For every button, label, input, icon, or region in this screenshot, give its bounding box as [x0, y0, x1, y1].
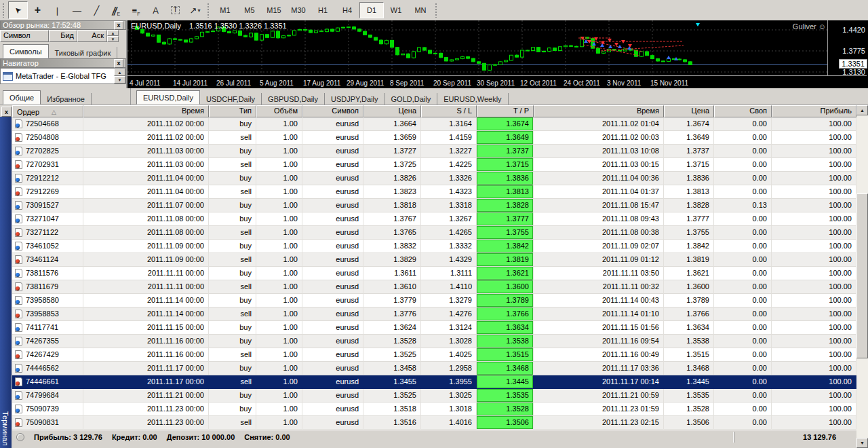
- tab-символы[interactable]: Символы: [3, 44, 49, 58]
- tab-общие[interactable]: Общие: [3, 90, 41, 105]
- table-row[interactable]: 727029312011.11.03 00:00sell1.00eurusd1.…: [12, 158, 856, 172]
- buy-order-icon: [15, 214, 22, 223]
- table-row[interactable]: 725048082011.11.02 00:00sell1.00eurusd1.…: [12, 131, 856, 145]
- timeframe-mn-button[interactable]: MN: [408, 2, 433, 18]
- timeframe-w1-button[interactable]: W1: [384, 2, 408, 18]
- header-col-9[interactable]: Цена: [664, 105, 714, 117]
- spin-up-icon[interactable]: ▲: [114, 69, 125, 76]
- navigator-titlebar[interactable]: Навигатор x: [0, 58, 126, 68]
- date-axis-label: 4 Jul 2011: [130, 79, 160, 87]
- chart-tab-usdjpy-daily[interactable]: USDJPY,Daily: [325, 93, 385, 105]
- close-icon[interactable]: x: [114, 21, 123, 30]
- timeframe-h4-button[interactable]: H4: [335, 2, 359, 18]
- table-row[interactable]: 732711222011.11.08 00:00sell1.00eurusd1.…: [12, 226, 856, 240]
- toolbar-grip[interactable]: [435, 3, 437, 18]
- navigator-root-item[interactable]: MetaTrader - E-Global TFG: [16, 72, 106, 80]
- table-row[interactable]: 738116792011.11.11 00:00sell1.00eurusd1.…: [12, 280, 856, 294]
- timeframe-d1-button[interactable]: D1: [359, 2, 384, 18]
- chart-tab-gbpusd-daily[interactable]: GBPUSD,Daily: [262, 93, 325, 105]
- price-axis-label: 1.4420: [842, 26, 865, 34]
- mid-section: Обзор рынка: 17:52:48 x Символ Бид Аск ▲…: [0, 20, 868, 88]
- date-axis-label: 5 Aug 2011: [260, 79, 294, 87]
- table-row[interactable]: 732710472011.11.08 00:00buy1.00eurusd1.3…: [12, 212, 856, 226]
- table-row[interactable]: 734610522011.11.09 00:00buy1.00eurusd1.3…: [12, 240, 856, 253]
- table-row[interactable]: 741177412011.11.15 00:00buy1.00eurusd1.3…: [12, 321, 856, 335]
- buy-order-icon: [15, 201, 22, 210]
- chart-tab-usdchf-daily[interactable]: USDCHF,Daily: [200, 93, 262, 105]
- column-ask[interactable]: Аск: [77, 30, 107, 42]
- header-col-10[interactable]: Своп: [714, 105, 772, 117]
- arrows-tool-icon[interactable]: ↗▾: [185, 1, 205, 19]
- spin-down-icon[interactable]: ▼: [107, 36, 119, 42]
- label-tool-icon[interactable]: T: [165, 1, 185, 19]
- timeframe-m15-button[interactable]: M15: [262, 2, 286, 18]
- table-row[interactable]: 727028252011.11.03 00:00buy1.00eurusd1.3…: [12, 145, 856, 158]
- spin-up-icon[interactable]: ▲: [107, 30, 119, 36]
- equidistant-channel-tool-icon[interactable]: ∥E: [106, 1, 126, 19]
- tab-избранное[interactable]: Избранное: [41, 93, 92, 105]
- table-row[interactable]: 725046682011.11.02 00:00buy1.00eurusd1.3…: [12, 117, 856, 131]
- terminal-titlebar[interactable]: Терминал: [0, 117, 12, 448]
- chart-tab-eurusd-daily[interactable]: EURUSD,Daily: [136, 90, 200, 105]
- spin-down-icon[interactable]: ▼: [114, 76, 125, 83]
- chart-tab-gold-daily[interactable]: GOLD,Daily: [385, 93, 438, 105]
- header-col-8[interactable]: Время: [534, 105, 664, 117]
- chart-tab-eurusd-weekly[interactable]: EURUSD,Weekly: [437, 93, 508, 105]
- table-row[interactable]: 739585802011.11.14 00:00buy1.00eurusd1.3…: [12, 294, 856, 307]
- trade-marker-icon: [667, 56, 671, 59]
- toolbar-grip[interactable]: [207, 3, 210, 18]
- header-col-3[interactable]: Объём: [256, 105, 302, 117]
- vertical-line-tool-icon[interactable]: |: [47, 1, 67, 19]
- table-row[interactable]: 750908312011.11.23 00:00sell1.00eurusd1.…: [12, 416, 856, 430]
- fibonacci-tool-icon[interactable]: ≡F: [126, 1, 146, 19]
- timeframe-m5-button[interactable]: M5: [237, 2, 262, 18]
- text-tool-icon[interactable]: A: [146, 1, 165, 19]
- tab-тиковый-график[interactable]: Тиковый график: [49, 47, 118, 58]
- header-order[interactable]: Ордер△: [12, 105, 83, 117]
- table-row[interactable]: 742674292011.11.16 00:00sell1.00eurusd1.…: [12, 348, 856, 362]
- table-row[interactable]: 734611242011.11.09 00:00sell1.00eurusd1.…: [12, 253, 856, 267]
- table-row[interactable]: 744465622011.11.17 00:00buy1.00eurusd1.3…: [12, 362, 856, 375]
- table-row[interactable]: 747996842011.11.21 00:00buy1.00eurusd1.3…: [12, 389, 856, 403]
- header-col-2[interactable]: Тип: [209, 105, 256, 117]
- header-col-5[interactable]: Цена: [363, 105, 421, 117]
- cursor-tool-icon[interactable]: ➤: [8, 1, 28, 19]
- buy-order-icon: [15, 296, 22, 305]
- timeframe-m1-button[interactable]: M1: [213, 2, 237, 18]
- trade-marker-icon: [618, 45, 622, 48]
- scrollbar-thumb[interactable]: [856, 193, 868, 358]
- horizontal-line-tool-icon[interactable]: —: [67, 1, 87, 19]
- scroll-up-icon[interactable]: ▲: [856, 105, 868, 115]
- header-col-11[interactable]: Прибыль: [772, 105, 856, 117]
- table-row[interactable]: 742673552011.11.16 00:00buy1.00eurusd1.3…: [12, 335, 856, 348]
- scroll-down-icon[interactable]: ▼: [856, 438, 868, 448]
- table-row[interactable]: 738115762011.11.11 00:00buy1.00eurusd1.3…: [12, 267, 856, 280]
- table-row[interactable]: 739588532011.11.14 00:00sell1.00eurusd1.…: [12, 307, 856, 321]
- timeframe-h1-button[interactable]: H1: [311, 2, 335, 18]
- trendline-tool-icon[interactable]: ╱: [87, 1, 106, 19]
- table-row[interactable]: 744466612011.11.17 00:00sell1.00eurusd1.…: [12, 375, 856, 389]
- timeframe-m30-button[interactable]: M30: [286, 2, 311, 18]
- sell-order-icon: [15, 228, 22, 237]
- close-icon[interactable]: x: [114, 59, 123, 68]
- account-history-table: Ордер△ВремяТипОбъёмСимволЦенаS / LT / PВ…: [12, 105, 856, 430]
- market-watch-titlebar[interactable]: Обзор рынка: 17:52:48 x: [0, 20, 126, 30]
- header-col-7[interactable]: T / P: [477, 105, 534, 117]
- header-col-1[interactable]: Время: [83, 105, 209, 117]
- table-row[interactable]: 730915272011.11.07 00:00buy1.00eurusd1.3…: [12, 199, 856, 212]
- table-row[interactable]: 729122692011.11.04 00:00sell1.00eurusd1.…: [12, 185, 856, 199]
- date-axis-label: 12 Oct 2011: [520, 79, 557, 87]
- header-col-6[interactable]: S / L: [421, 105, 477, 117]
- crosshair-tool-icon[interactable]: +: [28, 1, 47, 19]
- table-header: Ордер△ВремяТипОбъёмСимволЦенаS / LT / PВ…: [12, 105, 856, 117]
- table-row[interactable]: 750907392011.11.23 00:00buy1.00eurusd1.3…: [12, 403, 856, 416]
- table-row[interactable]: 729122122011.11.04 00:00buy1.00eurusd1.3…: [12, 172, 856, 185]
- column-symbol[interactable]: Символ: [0, 30, 49, 42]
- terminal-close-icon[interactable]: x: [1, 107, 12, 117]
- toolbar-grip[interactable]: [2, 3, 5, 18]
- column-bid[interactable]: Бид: [49, 30, 77, 42]
- buy-order-icon: [15, 119, 22, 128]
- price-chart[interactable]: EURUSD,Daily 1.3516 1.3530 1.3326 1.3351…: [127, 20, 868, 88]
- header-col-4[interactable]: Символ: [302, 105, 363, 117]
- vertical-scrollbar[interactable]: ▲ ▼: [856, 105, 868, 448]
